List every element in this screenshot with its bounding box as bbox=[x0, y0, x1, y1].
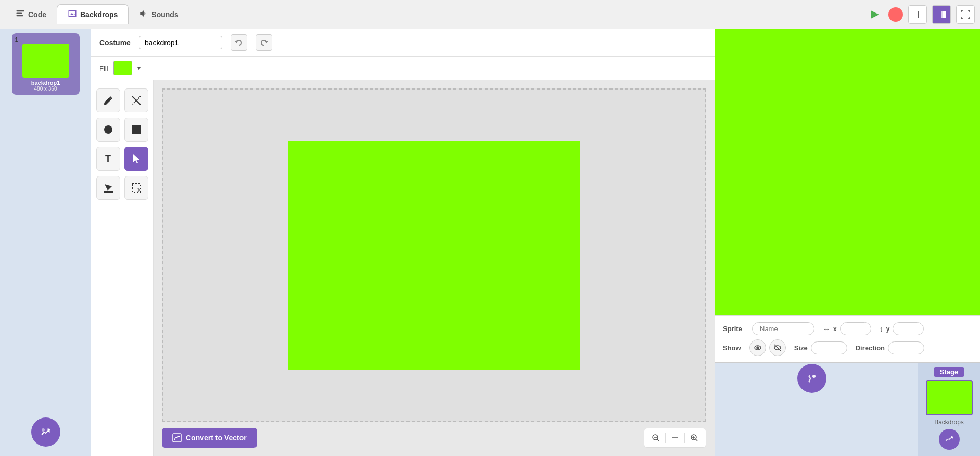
y-coord-arrows: ↕ bbox=[880, 325, 883, 333]
add-sprite-button[interactable] bbox=[797, 364, 826, 393]
zoom-in-button[interactable] bbox=[687, 430, 702, 445]
svg-point-18 bbox=[104, 125, 112, 134]
backdrop-list-panel: 1 backdrop1 480 x 360 bbox=[0, 29, 91, 456]
costume-label: Costume bbox=[99, 39, 131, 47]
y-coord-input[interactable] bbox=[893, 322, 924, 335]
stage-preview bbox=[715, 29, 980, 315]
zoom-controls bbox=[644, 428, 706, 448]
sprite-row-show: Show Si bbox=[723, 339, 972, 356]
select-region-tool[interactable] bbox=[124, 176, 148, 200]
undo-button[interactable] bbox=[231, 34, 247, 51]
zoom-out-button[interactable] bbox=[648, 430, 663, 445]
backdrop-item[interactable]: 1 backdrop1 480 x 360 bbox=[12, 33, 80, 95]
fill-dropdown-arrow[interactable]: ▾ bbox=[137, 65, 141, 72]
backdrop-size-label: 480 x 360 bbox=[34, 86, 57, 92]
brush-tool[interactable] bbox=[96, 88, 120, 112]
circle-tool[interactable] bbox=[96, 118, 120, 142]
fill-tool[interactable] bbox=[96, 176, 120, 200]
layout-small-button[interactable] bbox=[908, 5, 927, 24]
svg-point-11 bbox=[42, 428, 45, 432]
code-icon bbox=[16, 9, 25, 20]
tools-row-1 bbox=[96, 88, 148, 112]
tab-sounds[interactable]: Sounds bbox=[129, 5, 188, 24]
svg-point-35 bbox=[812, 375, 816, 378]
fill-color-swatch[interactable] bbox=[113, 61, 132, 75]
editor-content: T bbox=[91, 80, 715, 456]
convert-to-vector-button[interactable]: Convert to Vector bbox=[162, 428, 257, 448]
x-coord-input[interactable] bbox=[840, 322, 871, 335]
stage-thumbnail[interactable] bbox=[926, 380, 973, 415]
top-nav-right bbox=[864, 5, 975, 24]
svg-rect-8 bbox=[943, 11, 946, 18]
tools-row-4 bbox=[96, 176, 148, 200]
eraser-tool[interactable] bbox=[124, 88, 148, 112]
size-group: Size bbox=[794, 341, 847, 354]
canvas-area: Convert to Vector bbox=[154, 80, 715, 456]
y-coord-group: ↕ y bbox=[880, 322, 924, 335]
zoom-divider-2 bbox=[684, 433, 685, 443]
stage-label: Stage bbox=[934, 367, 964, 377]
svg-rect-20 bbox=[104, 191, 113, 193]
rectangle-tool[interactable] bbox=[124, 118, 148, 142]
add-backdrop-button[interactable] bbox=[31, 417, 60, 447]
select-move-tool[interactable] bbox=[124, 147, 148, 171]
add-stage-button[interactable] bbox=[939, 429, 960, 450]
stop-button[interactable] bbox=[888, 7, 903, 22]
svg-rect-1 bbox=[17, 13, 22, 14]
zoom-reset-button[interactable] bbox=[668, 430, 682, 445]
stage-area: Stage Backdrops bbox=[918, 363, 980, 456]
tools-row-3: T bbox=[96, 147, 148, 171]
size-input[interactable] bbox=[811, 341, 847, 354]
canvas-drawing-area[interactable] bbox=[288, 141, 580, 370]
svg-rect-6 bbox=[919, 11, 922, 18]
green-flag-button[interactable] bbox=[864, 5, 883, 24]
show-visible-button[interactable] bbox=[749, 339, 766, 356]
fullscreen-button[interactable] bbox=[956, 5, 975, 24]
costume-name-input[interactable] bbox=[139, 36, 222, 49]
backdrop-preview-thumb bbox=[22, 44, 69, 78]
sprite-name-input[interactable] bbox=[752, 322, 814, 335]
svg-rect-10 bbox=[39, 425, 53, 439]
right-panel: Sprite ↔ x ↕ y Show bbox=[715, 29, 980, 456]
svg-line-28 bbox=[696, 439, 698, 441]
sounds-icon bbox=[139, 9, 148, 20]
tab-code[interactable]: Code bbox=[5, 5, 57, 24]
sprite-info: Sprite ↔ x ↕ y Show bbox=[715, 315, 980, 362]
sounds-tab-label: Sounds bbox=[151, 10, 178, 19]
svg-rect-2 bbox=[17, 15, 23, 16]
svg-marker-13 bbox=[235, 41, 238, 43]
tools-panel: T bbox=[91, 80, 154, 456]
svg-rect-19 bbox=[132, 125, 141, 134]
redo-button[interactable] bbox=[256, 34, 272, 51]
code-tab-label: Code bbox=[28, 10, 46, 19]
show-hidden-button[interactable] bbox=[769, 339, 786, 356]
svg-rect-5 bbox=[913, 11, 918, 18]
svg-rect-7 bbox=[937, 11, 942, 18]
direction-input[interactable] bbox=[888, 341, 924, 354]
backdrops-label: Backdrops bbox=[934, 419, 964, 426]
x-coord-label: x bbox=[833, 325, 837, 333]
x-coord-arrows: ↔ bbox=[823, 325, 830, 333]
text-tool[interactable]: T bbox=[96, 147, 120, 171]
canvas-dashed-border bbox=[162, 88, 706, 422]
svg-line-24 bbox=[657, 439, 659, 441]
tab-backdrops[interactable]: Backdrops bbox=[57, 4, 129, 24]
sprites-stage-bar: Stage Backdrops bbox=[715, 362, 980, 456]
show-label: Show bbox=[723, 344, 741, 352]
top-nav: Code Backdrops Sounds bbox=[0, 0, 980, 29]
sprites-area bbox=[715, 363, 918, 456]
editor-top-bar: Costume bbox=[91, 29, 715, 57]
svg-point-36 bbox=[951, 436, 953, 438]
text-tool-label: T bbox=[105, 154, 111, 164]
svg-marker-4 bbox=[871, 10, 879, 19]
layout-stage-only-button[interactable] bbox=[932, 5, 951, 24]
backdrops-tab-label: Backdrops bbox=[80, 10, 118, 19]
main-layout: 1 backdrop1 480 x 360 Costume bbox=[0, 29, 980, 456]
show-buttons bbox=[749, 339, 786, 356]
canvas-bottom-bar: Convert to Vector bbox=[162, 428, 706, 448]
size-label: Size bbox=[794, 344, 808, 352]
svg-point-12 bbox=[47, 428, 50, 432]
tools-row-2 bbox=[96, 118, 148, 142]
backdrop-number: 1 bbox=[15, 36, 18, 43]
svg-rect-0 bbox=[17, 10, 24, 11]
